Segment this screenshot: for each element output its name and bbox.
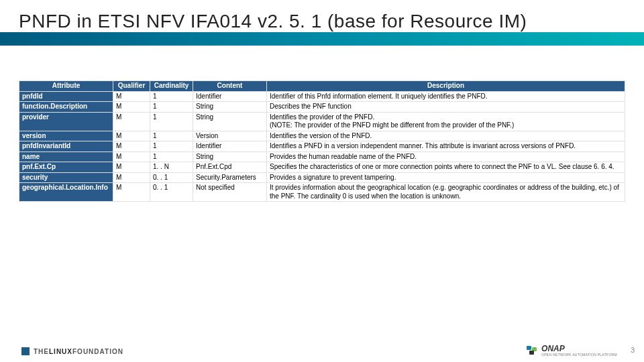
cell-qualifier: M (113, 172, 150, 183)
table-row: versionM1VersionIdentifies the version o… (19, 131, 625, 141)
cell-description: Provides the human readable name of the … (267, 152, 625, 162)
cell-cardinality: 1 (150, 152, 193, 162)
cell-qualifier: M (113, 91, 150, 102)
col-description: Description (267, 81, 625, 92)
lf-suffix: FOUNDATION (72, 348, 123, 355)
cell-description: Identifies the version of the PNFD. (267, 131, 625, 141)
onap-label: ONAP (541, 344, 565, 353)
cell-description: Identifier of this Pnfd information elem… (267, 91, 625, 102)
table-row: pnf.Ext.CpM1. . NPnf.Ext.CpdSpecifies th… (19, 162, 625, 173)
cell-qualifier: M (113, 152, 150, 162)
onap-logo: ONAP OPEN NETWORK AUTOMATION PLATFORM (527, 344, 617, 357)
linux-foundation-logo: THELINUXFOUNDATION (21, 347, 123, 355)
cell-content: Not specified (193, 183, 267, 202)
page-number: 3 (631, 346, 635, 354)
cell-description: Describes the PNF function (267, 102, 625, 113)
cell-content: Identifier (193, 141, 267, 152)
cell-cardinality: 1 (150, 91, 193, 102)
col-qualifier: Qualifier (113, 81, 150, 92)
footer: THELINUXFOUNDATION ONAP OPEN NETWORK AUT… (0, 337, 644, 362)
onap-subtitle: OPEN NETWORK AUTOMATION PLATFORM (541, 353, 617, 357)
cell-qualifier: M (113, 131, 150, 141)
cell-content: Version (193, 131, 267, 141)
cell-description: Provides a signature to prevent tamperin… (267, 172, 625, 183)
cell-content: String (193, 152, 267, 162)
cell-attribute: geographical.Location.Info (19, 183, 113, 202)
onap-text: ONAP OPEN NETWORK AUTOMATION PLATFORM (541, 344, 617, 357)
cell-cardinality: 1. . N (150, 162, 193, 173)
table-row: nameM1StringProvides the human readable … (19, 152, 625, 162)
cell-attribute: version (19, 131, 113, 141)
onap-icon (527, 346, 539, 355)
cell-content: String (193, 102, 267, 113)
pnfd-table-container: Attribute Qualifier Cardinality Content … (19, 80, 625, 202)
slide: PNFD in ETSI NFV IFA014 v2. 5. 1 (base f… (0, 0, 644, 362)
lf-prefix: THE (34, 348, 49, 355)
cell-cardinality: 0. . 1 (150, 183, 193, 202)
linux-foundation-icon (21, 347, 30, 355)
col-attribute: Attribute (19, 81, 113, 92)
slide-title: PNFD in ETSI NFV IFA014 v2. 5. 1 (base f… (19, 11, 527, 32)
table-row: geographical.Location.InfoM0. . 1Not spe… (19, 183, 625, 202)
cell-attribute: provider (19, 112, 113, 131)
table-row: function.DescriptionM1StringDescribes th… (19, 102, 625, 113)
cell-cardinality: 1 (150, 131, 193, 141)
cell-attribute: function.Description (19, 102, 113, 113)
cell-description: Specifies the characteristics of one or … (267, 162, 625, 173)
title-accent-bar (0, 32, 644, 46)
table-row: securityM0. . 1Security.ParametersProvid… (19, 172, 625, 183)
cell-description: Identifies a PNFD in a version independe… (267, 141, 625, 152)
cell-qualifier: M (113, 112, 150, 131)
col-cardinality: Cardinality (150, 81, 193, 92)
cell-attribute: security (19, 172, 113, 183)
pnfd-table: Attribute Qualifier Cardinality Content … (19, 80, 625, 202)
cell-qualifier: M (113, 162, 150, 173)
col-content: Content (193, 81, 267, 92)
cell-content: Security.Parameters (193, 172, 267, 183)
table-row: pnfdInvariantIdM1IdentifierIdentifies a … (19, 141, 625, 152)
cell-cardinality: 0. . 1 (150, 172, 193, 183)
cell-attribute: pnfdInvariantId (19, 141, 113, 152)
cell-content: String (193, 112, 267, 131)
cell-description: Identifies the provider of the PNFD. (NO… (267, 112, 625, 131)
cell-qualifier: M (113, 102, 150, 113)
cell-content: Identifier (193, 91, 267, 102)
cell-cardinality: 1 (150, 112, 193, 131)
table-header-row: Attribute Qualifier Cardinality Content … (19, 81, 625, 92)
table-row: pnfdIdM1IdentifierIdentifier of this Pnf… (19, 91, 625, 102)
linux-foundation-text: THELINUXFOUNDATION (34, 348, 123, 355)
table-row: providerM1StringIdentifies the provider … (19, 112, 625, 131)
lf-main: LINUX (49, 348, 72, 355)
cell-attribute: pnf.Ext.Cp (19, 162, 113, 173)
cell-cardinality: 1 (150, 102, 193, 113)
cell-attribute: pnfdId (19, 91, 113, 102)
cell-qualifier: M (113, 183, 150, 202)
cell-cardinality: 1 (150, 141, 193, 152)
cell-attribute: name (19, 152, 113, 162)
cell-qualifier: M (113, 141, 150, 152)
cell-description: It provides information about the geogra… (267, 183, 625, 202)
cell-content: Pnf.Ext.Cpd (193, 162, 267, 173)
table-body: pnfdIdM1IdentifierIdentifier of this Pnf… (19, 91, 625, 202)
